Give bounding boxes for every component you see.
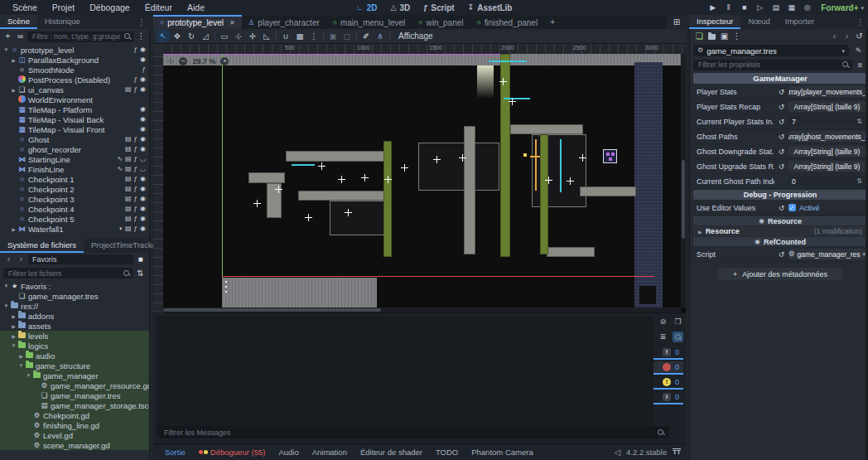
- scene-tree-row[interactable]: ▼○prototype_levelƒ◉: [0, 45, 149, 55]
- menu-éditeur[interactable]: Éditeur: [137, 1, 180, 14]
- pin-button[interactable]: ✐: [359, 30, 373, 42]
- profiler-button[interactable]: ◎: [800, 1, 814, 14]
- pan-button[interactable]: ✢: [246, 30, 259, 42]
- scene-tab-player_character[interactable]: ♙player_character: [242, 15, 326, 29]
- bottom-tab-phantom-camera[interactable]: Phantom Camera: [465, 448, 539, 457]
- filesystem-row[interactable]: ⚙scene_manager.gd: [0, 440, 149, 450]
- badge-script-icon[interactable]: ƒ: [134, 176, 137, 182]
- dock-tab-syst-me-de-fichiers[interactable]: Système de fichiers: [0, 239, 84, 253]
- resource-fold-row[interactable]: ▶Resource(1 modification): [693, 226, 867, 236]
- filesystem-row[interactable]: ▶levels: [0, 331, 149, 341]
- scene-tree-row[interactable]: ○Checkpoint 2▤ƒ◉: [0, 184, 149, 194]
- badge-script-icon[interactable]: ƒ: [134, 186, 137, 192]
- bottom-tab--diteur-de-shader[interactable]: Éditeur de shader: [354, 448, 429, 457]
- filter-info-messages-toggle[interactable]: i0: [653, 391, 683, 404]
- filesystem-row[interactable]: ⚙Chekpoint.gd: [0, 410, 149, 420]
- filter-error-messages-toggle[interactable]: ●0: [653, 361, 683, 375]
- badge-eye-icon[interactable]: ◉: [140, 106, 146, 113]
- instance-scene-button[interactable]: ∞: [15, 31, 26, 42]
- badge-eye-off-icon[interactable]: ◡: [140, 166, 146, 172]
- badge-group-icon[interactable]: ▤: [125, 225, 132, 232]
- bottom-panel-toggle-icon[interactable]: TT: [673, 448, 681, 457]
- badge-script-icon[interactable]: ƒ: [134, 225, 137, 232]
- collapse-icon[interactable]: ▼: [2, 47, 10, 52]
- badge-eye-icon[interactable]: ◉: [140, 225, 146, 232]
- menu-projet[interactable]: Projet: [45, 1, 82, 14]
- menu-débogage[interactable]: Débogage: [82, 1, 137, 14]
- collapse-icon[interactable]: ▼: [2, 303, 10, 308]
- property-value-button[interactable]: Array[String] (taille 9): [788, 101, 866, 112]
- workspace-assetlib[interactable]: ↧AssetLib: [468, 3, 513, 12]
- spin-arrows-icon[interactable]: ⇅: [856, 118, 862, 125]
- inspector-tab-importer[interactable]: Importer: [778, 15, 822, 29]
- badge-eye-icon[interactable]: ◉: [140, 116, 146, 123]
- pivot-button[interactable]: ⊹: [232, 30, 245, 42]
- history-back-button[interactable]: ‹: [829, 31, 840, 42]
- snap-options-button[interactable]: ⋮: [307, 30, 321, 42]
- movie-maker-button[interactable]: ▦: [784, 1, 798, 14]
- badge-script-icon[interactable]: ƒ: [134, 76, 137, 83]
- scene-tree-row[interactable]: ○SmoothNodeƒ: [0, 65, 149, 75]
- zoom-out-button[interactable]: −: [179, 57, 187, 65]
- menu-aide[interactable]: Aide: [180, 1, 212, 14]
- lock-button[interactable]: ▣: [326, 30, 340, 42]
- filter-warning-messages-toggle[interactable]: !0: [653, 376, 683, 390]
- scene-tree-row[interactable]: ▦TileMap - Visual Front◉: [0, 124, 149, 134]
- history-forward-button[interactable]: ›: [841, 31, 852, 42]
- scene-tree-row[interactable]: ○Checkpoint 3▤ƒ◉: [0, 194, 149, 204]
- affichage-menu-button[interactable]: Affichage: [393, 31, 439, 41]
- badge-script-icon[interactable]: ƒ: [142, 66, 146, 73]
- copy-output-button[interactable]: ❐: [673, 317, 683, 327]
- property-value-button[interactable]: Array[String] (taille 9): [788, 146, 866, 157]
- badge-script-icon[interactable]: ƒ: [134, 196, 137, 202]
- filesystem-row[interactable]: ⚙game_manager_resource.gd: [0, 380, 149, 390]
- badge-eye-icon[interactable]: ◉: [140, 56, 146, 63]
- rotate-tool-button[interactable]: ↻: [185, 30, 198, 42]
- scene-tree-row[interactable]: ⋈FinishLine∿▤ƒ◡: [0, 164, 149, 174]
- group-button[interactable]: ▢: [340, 30, 354, 42]
- skeleton-button[interactable]: ⋔: [374, 30, 387, 42]
- collapse-icon[interactable]: ▼: [25, 373, 32, 378]
- revert-button[interactable]: ↺: [777, 161, 786, 172]
- workspace-2d[interactable]: ∟2D: [356, 3, 378, 12]
- badge-eye-icon[interactable]: ◉: [140, 76, 146, 83]
- revert-button[interactable]: ↺: [777, 249, 786, 259]
- property-display-options-button[interactable]: ≡: [855, 59, 866, 70]
- scene-filter-input[interactable]: [31, 31, 122, 41]
- badge-script-icon[interactable]: ƒ: [134, 206, 137, 212]
- scene-tree-row[interactable]: ▶⋈Waterfall1◖▤ƒ◉: [0, 224, 149, 234]
- badge-group-icon[interactable]: ▤: [125, 156, 132, 162]
- add-node-button[interactable]: +: [2, 31, 13, 42]
- property-value-button[interactable]: Array[String] (taille 9): [788, 161, 866, 172]
- viewport-vscrollbar[interactable]: [681, 54, 686, 307]
- scene-tree-options-button[interactable]: ⋮: [136, 31, 147, 42]
- scene-tab-main_menu_level[interactable]: ○main_menu_level: [326, 15, 412, 29]
- revert-button[interactable]: ↺: [777, 202, 786, 213]
- tab-options-icon[interactable]: ⋮: [853, 17, 868, 27]
- pause-button[interactable]: ‖: [721, 1, 735, 14]
- scene-tree-row[interactable]: WorldEnvironment: [0, 94, 149, 104]
- new-resource-button[interactable]: ❏: [694, 31, 705, 42]
- bottom-tab-animation[interactable]: Animation: [306, 448, 354, 457]
- badge-group-icon[interactable]: ▤: [125, 136, 132, 143]
- expand-icon[interactable]: ▶: [10, 313, 17, 319]
- scene-tab-prototype_level[interactable]: ○prototype_level✕: [153, 15, 242, 29]
- badge-eye-icon[interactable]: ◉: [140, 46, 146, 53]
- stop-button[interactable]: ■: [737, 1, 751, 14]
- filesystem-filter-input[interactable]: [7, 269, 121, 278]
- filesystem-row[interactable]: ⚙finishing_line.gd: [0, 420, 149, 430]
- viewport-canvas[interactable]: ⊹−29.7 %+: [163, 54, 686, 312]
- script-value-button[interactable]: ⚙game_manager_res▾: [788, 249, 866, 259]
- grid-snap-button[interactable]: ▦: [293, 30, 306, 42]
- badge-script-icon[interactable]: ƒ: [134, 46, 137, 53]
- expand-icon[interactable]: ▶: [17, 353, 25, 359]
- scene-tree-row[interactable]: ○Checkpoint 5▤ƒ◉: [0, 214, 149, 224]
- badge-eye-off-icon[interactable]: ◡: [140, 156, 146, 162]
- badge-group-icon[interactable]: ▤: [125, 176, 132, 182]
- badge-group-icon[interactable]: ▤: [125, 206, 132, 212]
- badge-group-icon[interactable]: ▤: [125, 86, 132, 93]
- play-button[interactable]: ▶: [706, 1, 720, 14]
- badge-script-icon[interactable]: ƒ: [134, 146, 137, 153]
- sort-files-button[interactable]: ⇅: [135, 268, 146, 279]
- nav-back-button[interactable]: ‹: [3, 254, 14, 265]
